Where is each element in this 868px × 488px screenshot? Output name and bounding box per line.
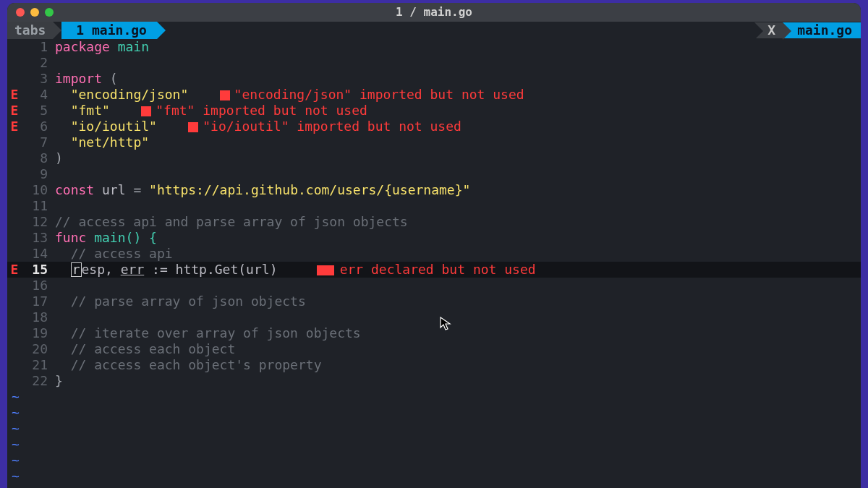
line-number: 12	[22, 214, 55, 230]
line-number: 9	[22, 166, 55, 182]
diag-err: err declared but not used	[340, 262, 536, 277]
error-marker: E	[7, 119, 22, 134]
empty-line-tilde: ~	[7, 421, 22, 437]
window-title: 1 / main.go	[7, 3, 861, 22]
line-number: 10	[22, 182, 55, 198]
cursor: r	[71, 262, 82, 277]
line-number: 20	[22, 341, 55, 357]
line-number: 5	[22, 103, 55, 119]
tab-main-go[interactable]: 1 main.go	[61, 22, 157, 39]
line-number: 6	[22, 119, 55, 134]
error-icon	[141, 106, 151, 116]
line-number: 19	[22, 325, 55, 341]
error-marker: E	[7, 87, 22, 103]
error-icon	[220, 90, 230, 100]
mouse-cursor-icon	[440, 317, 451, 331]
tab-bar: tabs 1 main.go X main.go	[7, 22, 861, 39]
line-number: 16	[22, 278, 55, 294]
tab-close-button[interactable]: X	[754, 22, 783, 38]
line-number: 11	[22, 198, 55, 214]
line-number: 22	[22, 373, 55, 389]
diag-fmt: "fmt" imported but not used	[156, 103, 367, 118]
error-icon	[317, 265, 334, 275]
line-number: 17	[22, 294, 55, 309]
current-line[interactable]: E15 resp, err := http.Get(url) err decla…	[7, 262, 861, 278]
line-number: 21	[22, 357, 55, 373]
line-number: 4	[22, 87, 55, 103]
empty-line-tilde: ~	[7, 453, 22, 468]
line-number: 13	[22, 230, 55, 246]
tabline-tabs-label: tabs	[7, 22, 53, 39]
line-number: 18	[22, 309, 55, 325]
line-number: 3	[22, 71, 55, 87]
tabline-filename[interactable]: main.go	[783, 22, 861, 38]
line-number: 15	[22, 262, 55, 278]
error-marker: E	[7, 103, 22, 119]
empty-line-tilde: ~	[7, 405, 22, 421]
error-marker: E	[7, 262, 22, 278]
line-number: 7	[22, 134, 55, 150]
code-editor[interactable]: 1package main 2 3import ( E4 "encoding/j…	[7, 39, 861, 488]
diag-ioutil: "io/ioutil" imported but not used	[203, 119, 461, 134]
diag-json: "encoding/json" imported but not used	[234, 87, 524, 102]
error-icon	[188, 122, 198, 132]
empty-line-tilde: ~	[7, 389, 22, 405]
line-number: 2	[22, 55, 55, 71]
editor-window: 1 / main.go tabs 1 main.go X main.go 1pa…	[7, 3, 861, 488]
empty-line-tilde: ~	[7, 468, 22, 484]
line-number: 1	[22, 39, 55, 55]
line-number: 14	[22, 246, 55, 262]
title-bar[interactable]: 1 / main.go	[7, 3, 861, 22]
empty-line-tilde: ~	[7, 437, 22, 453]
line-number: 8	[22, 150, 55, 166]
